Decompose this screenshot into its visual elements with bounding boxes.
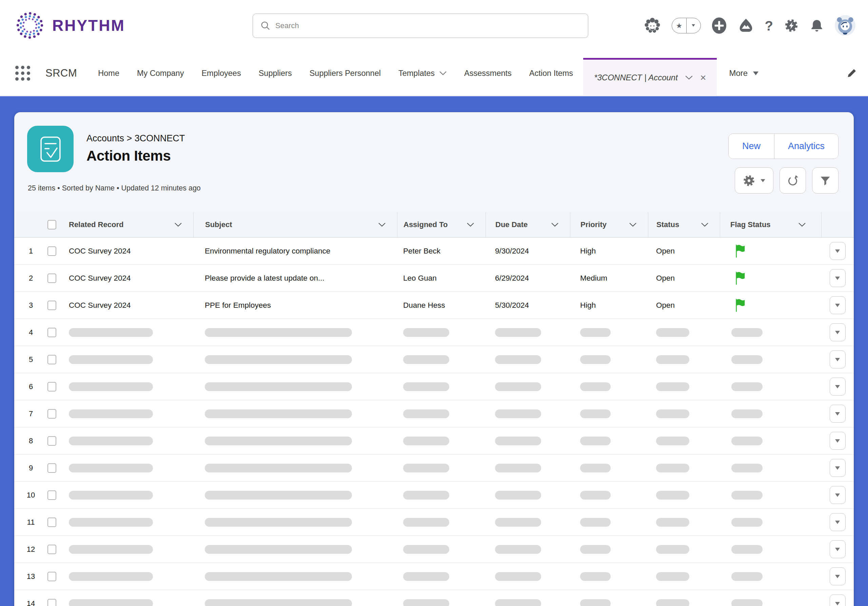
column-header-related-record[interactable]: Related Record	[63, 212, 193, 237]
cell-related-record[interactable]: COC Survey 2024	[63, 301, 193, 310]
row-checkbox[interactable]	[48, 490, 56, 500]
row-checkbox[interactable]	[48, 436, 56, 446]
global-create-icon[interactable]	[711, 17, 727, 34]
row-checkbox[interactable]	[48, 328, 56, 337]
row-checkbox[interactable]	[48, 301, 56, 310]
help-icon[interactable]: ?	[765, 19, 773, 32]
column-header-subject[interactable]: Subject	[193, 212, 397, 237]
row-actions-button[interactable]	[830, 486, 846, 504]
filter-button[interactable]	[812, 167, 839, 193]
row-actions-button[interactable]	[830, 296, 846, 314]
row-checkbox[interactable]	[48, 382, 56, 391]
tab-templates[interactable]: Templates	[398, 69, 446, 78]
table-row[interactable]: 3COC Survey 2024PPE for EmployeesDuane H…	[14, 292, 854, 319]
cell-assigned-to[interactable]: Leo Guan	[397, 274, 485, 283]
row-actions-button[interactable]	[830, 594, 846, 606]
row-checkbox[interactable]	[48, 246, 56, 256]
table-row-placeholder[interactable]: 10	[14, 482, 854, 509]
table-row-placeholder[interactable]: 13	[14, 563, 854, 590]
breadcrumb[interactable]: Accounts > 3CONNECT	[87, 133, 185, 144]
row-checkbox[interactable]	[48, 355, 56, 364]
column-header-assigned-to[interactable]: Assigned To	[397, 212, 485, 237]
row-actions-button[interactable]	[830, 351, 846, 368]
tab-action-items[interactable]: Action Items	[529, 69, 573, 78]
row-actions-button[interactable]	[830, 269, 846, 287]
favorite-star-icon[interactable]: ★	[676, 22, 682, 29]
column-header-flag-status[interactable]: Flag Status	[720, 212, 821, 237]
new-button[interactable]: New	[728, 134, 774, 159]
trailhead-icon[interactable]	[738, 17, 755, 34]
cell-related-record[interactable]: COC Survey 2024	[63, 247, 193, 255]
row-actions-button[interactable]	[830, 513, 846, 531]
tab-employees[interactable]: Employees	[202, 69, 241, 78]
cell-assigned-to[interactable]: Peter Beck	[397, 247, 485, 255]
tab-suppliers-personnel[interactable]: Suppliers Personnel	[310, 69, 381, 78]
einstein-icon[interactable]	[643, 17, 661, 34]
row-actions-button[interactable]	[830, 567, 846, 585]
table-row-placeholder[interactable]: 12	[14, 536, 854, 563]
chevron-down-icon[interactable]	[685, 76, 693, 80]
favorites-control[interactable]: ★	[672, 18, 701, 33]
row-checkbox[interactable]	[48, 518, 56, 527]
placeholder-bar	[403, 599, 449, 606]
chevron-down-icon[interactable]	[175, 223, 182, 227]
row-actions-button[interactable]	[830, 323, 846, 341]
tab-3connect-account[interactable]: *3CONNECT | Account ×	[583, 58, 717, 96]
cell-related-record[interactable]: COC Survey 2024	[63, 274, 193, 283]
row-checkbox[interactable]	[48, 545, 56, 554]
chevron-down-icon[interactable]	[378, 223, 386, 227]
table-row-placeholder[interactable]: 5	[14, 346, 854, 373]
row-actions-button[interactable]	[830, 459, 846, 477]
table-row-placeholder[interactable]: 4	[14, 319, 854, 346]
row-actions-button[interactable]	[830, 377, 846, 396]
global-search[interactable]	[253, 14, 588, 38]
app-launcher-icon[interactable]	[14, 65, 31, 82]
setup-gear-icon[interactable]	[784, 18, 799, 33]
tab-assessments[interactable]: Assessments	[464, 69, 512, 78]
search-input[interactable]	[275, 22, 580, 30]
favorites-caret-icon[interactable]	[692, 25, 695, 27]
row-checkbox[interactable]	[48, 463, 56, 473]
row-checkbox[interactable]	[48, 599, 56, 606]
chevron-down-icon[interactable]	[629, 223, 636, 227]
chevron-down-icon[interactable]	[701, 223, 708, 227]
row-actions-button[interactable]	[830, 242, 846, 260]
select-all-checkbox[interactable]	[48, 220, 56, 229]
column-header-priority[interactable]: Priority	[570, 212, 648, 237]
row-actions-button[interactable]	[830, 432, 846, 450]
table-row[interactable]: 1COC Survey 2024Environmental regulatory…	[14, 238, 854, 265]
analytics-button[interactable]: Analytics	[774, 134, 838, 159]
column-header-status[interactable]: Status	[648, 212, 720, 237]
table-row-placeholder[interactable]: 8	[14, 427, 854, 454]
notifications-bell-icon[interactable]	[810, 18, 824, 33]
table-row-placeholder[interactable]: 7	[14, 400, 854, 427]
row-checkbox[interactable]	[48, 572, 56, 581]
chevron-down-icon[interactable]	[798, 223, 806, 227]
cell-subject[interactable]: Please provide a latest update on...	[193, 274, 397, 283]
close-tab-icon[interactable]: ×	[700, 73, 706, 83]
chevron-down-icon[interactable]	[467, 223, 474, 227]
cell-subject[interactable]: Environmental regulatory compliance	[193, 247, 397, 255]
tab-my-company[interactable]: My Company	[137, 69, 184, 78]
nav-more-menu[interactable]: More	[729, 68, 758, 78]
table-row-placeholder[interactable]: 9	[14, 454, 854, 482]
cell-assigned-to[interactable]: Duane Hess	[397, 301, 485, 310]
row-actions-button[interactable]	[830, 540, 846, 558]
chevron-down-icon[interactable]	[551, 223, 558, 227]
brand-logo[interactable]: RHYTHM	[14, 10, 125, 41]
table-row-placeholder[interactable]: 11	[14, 509, 854, 536]
list-settings-button[interactable]	[735, 167, 773, 193]
tab-home[interactable]: Home	[98, 69, 119, 78]
table-row-placeholder[interactable]: 14	[14, 590, 854, 606]
edit-nav-pencil-icon[interactable]	[846, 67, 858, 79]
column-header-due-date[interactable]: Due Date	[485, 212, 570, 237]
table-row-placeholder[interactable]: 6	[14, 373, 854, 400]
user-avatar[interactable]	[834, 15, 856, 36]
row-checkbox[interactable]	[48, 274, 56, 283]
table-row[interactable]: 2COC Survey 2024Please provide a latest …	[14, 265, 854, 292]
cell-subject[interactable]: PPE for Employees	[193, 301, 397, 310]
tab-suppliers[interactable]: Suppliers	[259, 69, 292, 78]
row-actions-button[interactable]	[830, 405, 846, 423]
refresh-button[interactable]	[780, 167, 806, 193]
row-checkbox[interactable]	[48, 409, 56, 419]
